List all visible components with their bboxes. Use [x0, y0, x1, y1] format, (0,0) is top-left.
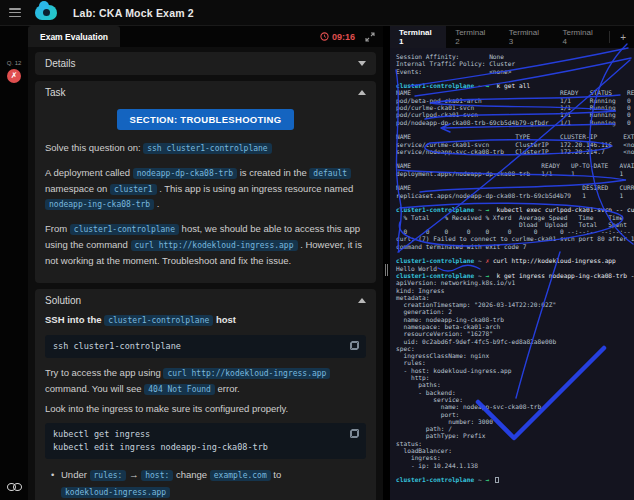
terminal-line: ingress:	[396, 454, 634, 461]
new-terminal-button[interactable]: +	[612, 26, 634, 48]
terminal-line: namespace: beta-cka01-arch	[396, 323, 634, 330]
terminal-line	[396, 126, 634, 133]
terminal-line: apiVersion: networking.k8s.io/v1	[396, 279, 634, 286]
terminal-line: service/nodeapp-svc-cka08-trb ClusterIP …	[396, 148, 634, 155]
menu-icon[interactable]	[9, 8, 21, 17]
page-title: Lab: CKA Mock Exam 2	[73, 7, 194, 19]
tab-terminal-3[interactable]: Terminal 3	[500, 26, 554, 48]
terminal-line: Session Affinity: None	[396, 53, 634, 60]
tab-exam-evaluation[interactable]: Exam Evaluation	[28, 26, 120, 47]
terminal-line: replicaset.apps/nodeapp-dp-cka08-trb-69c…	[396, 192, 634, 199]
terminal-line: - ip: 10.244.1.138	[396, 462, 634, 469]
terminal-line: NAME READY UP-TO-DATE AVAILABLE AGE	[396, 162, 634, 169]
clock-icon	[320, 32, 329, 41]
terminal-line	[396, 469, 634, 476]
solution-bullet: Under rules: → host: change example.com …	[51, 466, 366, 500]
divider-handle-icon	[384, 262, 389, 278]
task-paragraph: Solve this question on: ssh cluster1-con…	[45, 140, 366, 156]
terminal-line: curl: (7) Failed to connect to curlme-ck…	[396, 235, 634, 242]
terminal-line: % Total % Received % Xferd Average Speed…	[396, 214, 634, 221]
exam-tab-bar: Exam Evaluation 09:16	[28, 26, 383, 47]
terminal-line: number: 3000	[396, 418, 634, 425]
chevron-up-icon[interactable]	[358, 90, 366, 95]
terminal-line: resourceVersion: "16278"	[396, 330, 634, 337]
tab-terminal-2[interactable]: Terminal 2	[446, 26, 500, 48]
terminal-panel: Terminal 1 Terminal 2 Terminal 3 Termina…	[390, 26, 634, 500]
terminal-line: pod/curlme-cka01-svcn 1/1 Running 0 94m	[396, 104, 634, 111]
details-top-header[interactable]: Details	[45, 58, 366, 69]
terminal-line: status:	[396, 440, 634, 447]
terminal-line: command terminated with exit code 7	[396, 243, 634, 250]
terminal-line: service/curlme-cka01-svcn ClusterIP 172.…	[396, 141, 634, 148]
code-block-ssh: ssh cluster1-controlplane	[45, 335, 366, 358]
terminal-line: paths:	[396, 381, 634, 388]
terminal-line: uid: 0c2abd6f-9def-4fc5-b9fc-ed8a82a8e00…	[396, 338, 634, 345]
question-rail: Q. 12 ✗	[0, 26, 28, 500]
copy-icon[interactable]	[350, 341, 359, 350]
terminal-line: Hello World	[396, 265, 634, 272]
terminal-line: port:	[396, 411, 634, 418]
terminal-line: deployment.apps/nodeapp-dp-cka08-trb 1/1…	[396, 170, 634, 177]
terminal-line: NAME TYPE CLUSTER-IP EXTERNAL-IP PO	[396, 133, 634, 140]
terminal-line	[396, 75, 634, 82]
terminal-line: NAME READY STATUS RESTARTS AGE	[396, 89, 634, 96]
timer-value: 09:16	[332, 32, 355, 42]
expand-icon[interactable]	[365, 28, 375, 46]
details-top-card: Details	[35, 52, 376, 75]
exam-content: Details Task SECTION: TROUBLESHOOTING So…	[28, 47, 383, 500]
solution-paragraph: SSH into the cluster1-controlplane host	[45, 312, 366, 328]
copy-icon[interactable]	[350, 429, 359, 438]
terminal-line: pathType: Prefix	[396, 432, 634, 439]
terminal-line: http:	[396, 374, 634, 381]
task-header[interactable]: Task	[45, 87, 366, 98]
tab-terminal-4[interactable]: Terminal 4	[554, 26, 608, 48]
terminal-line	[396, 250, 634, 257]
chevron-up-icon[interactable]	[358, 298, 366, 303]
terminal-line: kind: Ingress	[396, 287, 634, 294]
solution-title: Solution	[45, 295, 81, 306]
section-troubleshooting-button[interactable]: SECTION: TROUBLESHOOTING	[117, 109, 295, 130]
terminal-line: spec:	[396, 345, 634, 352]
terminal-line: pod/beta-pod-cka01-arch 1/1 Running 0 94…	[396, 97, 634, 104]
terminal-line: Events: <none>	[396, 68, 634, 75]
terminal-line: cluster1-controlplane ~ ✗ curl http://ko…	[396, 257, 634, 264]
solution-header[interactable]: Solution	[45, 295, 366, 306]
terminal-output[interactable]: Session Affinity: NoneInternal Traffic P…	[390, 48, 634, 500]
kodekloud-logo-icon	[35, 5, 57, 20]
link-icon[interactable]	[7, 483, 23, 492]
terminal-line: cluster1-controlplane ~ → k get ingress …	[396, 272, 634, 279]
terminal-line: cluster1-controlplane ~ → kubectl exec c…	[396, 206, 634, 213]
terminal-line	[396, 177, 634, 184]
panel-resize-divider[interactable]	[383, 26, 390, 500]
terminal-line: pod/nodeapp-dp-cka08-trb-69cb5d4b79-gfbd…	[396, 119, 634, 126]
terminal-line: - backend:	[396, 389, 634, 396]
terminal-line: 0 0 0 0 0 0 0 0 --:--:-- --:--:-- --:--:…	[396, 228, 634, 235]
chevron-down-icon[interactable]	[358, 61, 366, 66]
question-failed-badge[interactable]: ✗	[7, 69, 21, 83]
terminal-line: pod/curlpod-cka01-svcn 1/1 Running 0 94m	[396, 111, 634, 118]
terminal-line: NAME DESIRED CURRENT READY	[396, 184, 634, 191]
code-block-kubectl: kubectl get ingress kubectl edit ingress…	[45, 423, 366, 459]
details-top-title: Details	[45, 58, 76, 69]
terminal-line: ingressClassName: nginx	[396, 352, 634, 359]
exam-timer: 09:16	[320, 32, 355, 42]
terminal-line: metadata:	[396, 294, 634, 301]
task-paragraph: A deployment called nodeapp-dp-cka08-trb…	[45, 165, 366, 212]
question-number-label: Q. 12	[0, 60, 28, 66]
terminal-line: cluster1-controlplane ~ →	[396, 476, 634, 483]
tab-terminal-1[interactable]: Terminal 1	[390, 26, 446, 48]
lab-window: Lab: CKA Mock Exam 2 Q. 12 ✗ Exam Evalua…	[0, 0, 634, 500]
terminal-line: loadBalancer:	[396, 447, 634, 454]
terminal-line: name: nodeapp-ing-cka08-trb	[396, 316, 634, 323]
terminal-line: generation: 2	[396, 308, 634, 315]
solution-card: Solution SSH into the cluster1-controlpl…	[35, 289, 376, 500]
terminal-line: - host: kodekloud-ingress.app	[396, 367, 634, 374]
terminal-line: path: /	[396, 425, 634, 432]
terminal-line: Internal Traffic Policy: Cluster	[396, 60, 634, 67]
task-paragraph: From cluster1-controlplane host, we shou…	[45, 221, 366, 268]
task-card: Task SECTION: TROUBLESHOOTING Solve this…	[35, 81, 376, 283]
terminal-line	[396, 199, 634, 206]
solution-paragraph: Look into the ingress to make sure its c…	[45, 401, 366, 416]
task-title: Task	[45, 87, 66, 98]
terminal-line: name: nodeapp-svc-cka08-trb	[396, 403, 634, 410]
